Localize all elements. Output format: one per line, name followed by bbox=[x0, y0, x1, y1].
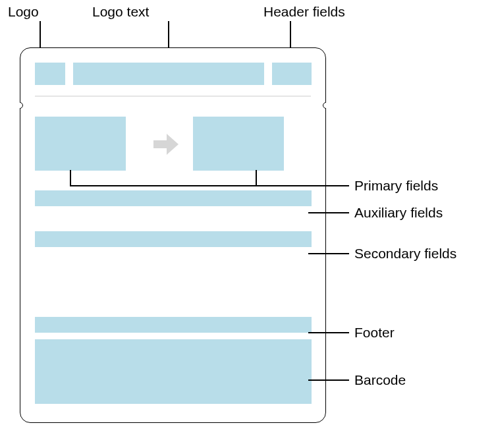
region-barcode bbox=[35, 339, 312, 404]
region-footer bbox=[35, 317, 312, 333]
region-secondary-fields bbox=[35, 231, 312, 247]
label-logo: Logo bbox=[8, 4, 39, 20]
notch-right bbox=[323, 102, 329, 109]
label-primary-fields: Primary fields bbox=[354, 178, 438, 194]
label-header-fields: Header fields bbox=[263, 4, 345, 20]
leader-footer bbox=[308, 332, 349, 333]
label-footer: Footer bbox=[354, 325, 395, 341]
diagram-stage: Logo Logo text Header fields Primary fie… bbox=[0, 0, 494, 448]
leader-primary-h bbox=[70, 185, 349, 186]
leader-primary-v1 bbox=[70, 170, 71, 186]
arrow-right-icon bbox=[152, 131, 180, 157]
label-logo-text: Logo text bbox=[92, 4, 149, 20]
label-auxiliary-fields: Auxiliary fields bbox=[354, 205, 443, 221]
region-logo bbox=[35, 63, 65, 85]
leader-barcode bbox=[308, 379, 349, 381]
notch-left bbox=[16, 102, 23, 109]
divider bbox=[35, 96, 311, 97]
leader-auxiliary bbox=[308, 212, 349, 213]
region-header-fields bbox=[272, 63, 312, 85]
region-primary-right bbox=[193, 117, 284, 171]
leader-primary-v2 bbox=[256, 170, 257, 186]
region-logo-text bbox=[73, 63, 264, 85]
label-secondary-fields: Secondary fields bbox=[354, 246, 456, 262]
label-barcode: Barcode bbox=[354, 372, 406, 388]
region-auxiliary-fields bbox=[35, 190, 312, 206]
region-primary-left bbox=[35, 117, 126, 171]
pass-card bbox=[20, 47, 326, 423]
leader-secondary bbox=[308, 253, 349, 254]
